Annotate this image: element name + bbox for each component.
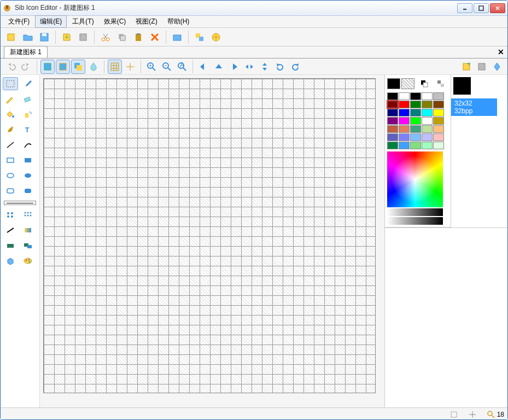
new-button[interactable] <box>4 30 19 45</box>
copy-button[interactable] <box>114 30 130 45</box>
palette-swatch[interactable] <box>410 133 421 141</box>
palette-swatch[interactable] <box>410 92 421 100</box>
palette-swatch[interactable] <box>422 125 433 133</box>
redo-button[interactable] <box>19 60 33 74</box>
zoom-actual-button[interactable]: A <box>175 60 189 74</box>
layer-1-button[interactable] <box>40 60 55 74</box>
palette-swatch[interactable] <box>433 117 444 125</box>
menu-help[interactable]: 帮助(H) <box>163 16 194 27</box>
pattern-1[interactable] <box>3 208 18 221</box>
palette-swatch[interactable] <box>387 142 398 149</box>
rect-filled-tool[interactable] <box>20 154 36 167</box>
rotate-right-button[interactable] <box>288 60 302 74</box>
pattern-2[interactable] <box>20 208 36 221</box>
test-icon-button[interactable] <box>490 60 504 74</box>
format-item[interactable]: 32x32 32bpp <box>451 98 497 116</box>
selection-tool[interactable] <box>3 77 18 90</box>
palette-swatch[interactable] <box>399 117 410 125</box>
palette-swatch[interactable] <box>399 125 410 133</box>
layer-3-button[interactable] <box>71 60 85 74</box>
smudge-tool[interactable] <box>3 224 18 237</box>
menu-tools[interactable]: 工具(T) <box>68 16 98 27</box>
palette-swatch[interactable] <box>433 92 444 100</box>
close-tab-button[interactable]: ✕ <box>498 48 504 56</box>
pencil-tool[interactable] <box>3 92 18 106</box>
document-tab[interactable]: 新建图标 1 <box>4 46 48 58</box>
close-button[interactable] <box>490 3 505 13</box>
palette-swatch[interactable] <box>399 142 410 149</box>
palette-swatch[interactable] <box>410 117 421 125</box>
palette-swatch[interactable] <box>422 117 433 125</box>
palette-swatch[interactable] <box>387 133 398 141</box>
ellipse-outline-tool[interactable] <box>3 169 18 182</box>
palette-swatch[interactable] <box>422 109 433 116</box>
roundrect-outline-tool[interactable] <box>3 184 18 197</box>
layer-2-button[interactable] <box>56 60 70 74</box>
alpha-slider[interactable] <box>387 217 443 225</box>
zoom-in-button[interactable] <box>144 60 159 74</box>
eraser-tool[interactable] <box>20 92 36 106</box>
menu-file[interactable]: 文件(F) <box>4 16 34 27</box>
rect-outline-tool[interactable] <box>3 154 18 167</box>
shape-2-tool[interactable] <box>20 239 36 252</box>
palette-swatch[interactable] <box>433 109 444 116</box>
palette-swatch[interactable] <box>399 133 410 141</box>
palette-swatch[interactable] <box>422 92 433 100</box>
shape-1-tool[interactable] <box>3 239 18 252</box>
palette-swatch[interactable] <box>433 125 444 133</box>
foreground-color[interactable] <box>387 78 400 89</box>
spray-tool[interactable] <box>20 108 36 121</box>
palette-swatch[interactable] <box>433 142 444 149</box>
palette-tool[interactable] <box>20 254 36 267</box>
customize-button[interactable] <box>208 30 224 45</box>
open-button[interactable] <box>20 30 36 45</box>
fill-tool[interactable] <box>3 108 18 121</box>
maximize-button[interactable] <box>474 3 489 13</box>
palette-swatch[interactable] <box>422 133 433 141</box>
palette-swatch[interactable] <box>410 109 421 116</box>
curve-tool[interactable] <box>20 138 36 151</box>
batch-button[interactable] <box>192 30 207 45</box>
palette-swatch[interactable] <box>410 101 421 108</box>
grid-toggle-button[interactable] <box>108 60 122 74</box>
cube-tool[interactable] <box>3 254 18 267</box>
swap-colors-icon[interactable] <box>417 77 432 90</box>
palette-swatch[interactable] <box>387 125 398 133</box>
import-button[interactable] <box>59 30 74 45</box>
palette-swatch[interactable] <box>410 125 421 133</box>
save-button[interactable] <box>37 30 52 45</box>
menu-edit[interactable]: 编辑(E) <box>35 15 67 28</box>
palette-swatch[interactable] <box>410 142 421 149</box>
palette-swatch[interactable] <box>399 101 410 108</box>
flip-vertical-button[interactable] <box>258 60 272 74</box>
text-tool[interactable]: T <box>20 123 36 136</box>
palette-swatch[interactable] <box>422 142 433 149</box>
palette-swatch[interactable] <box>422 101 433 108</box>
palette-swatch[interactable] <box>387 109 398 116</box>
palette-swatch[interactable] <box>387 92 398 100</box>
palette-swatch[interactable] <box>387 101 398 108</box>
menu-view[interactable]: 视图(Z) <box>131 16 161 27</box>
flip-horizontal-button[interactable] <box>242 60 256 74</box>
palette-swatch[interactable] <box>387 117 398 125</box>
export-button[interactable] <box>75 30 91 45</box>
line-tool[interactable] <box>3 138 18 151</box>
shift-up-button[interactable] <box>212 60 226 74</box>
palette-swatch[interactable] <box>433 133 444 141</box>
rotate-left-button[interactable] <box>273 60 287 74</box>
roundrect-filled-tool[interactable] <box>20 184 36 197</box>
cut-button[interactable] <box>98 30 113 45</box>
undo-button[interactable] <box>4 60 18 74</box>
paste-button[interactable] <box>131 30 146 45</box>
line-width-selector[interactable] <box>4 201 36 205</box>
delete-button[interactable] <box>147 30 162 45</box>
ellipse-filled-tool[interactable] <box>20 169 36 182</box>
library-button[interactable] <box>170 30 185 45</box>
delete-format-button[interactable] <box>475 60 489 74</box>
color-picker-area[interactable] <box>387 151 443 207</box>
eyedropper-tool[interactable] <box>20 77 36 90</box>
minimize-button[interactable] <box>457 3 472 13</box>
menu-effects[interactable]: 效果(C) <box>100 16 131 27</box>
background-color[interactable] <box>401 78 414 89</box>
luminance-slider[interactable] <box>387 208 443 216</box>
